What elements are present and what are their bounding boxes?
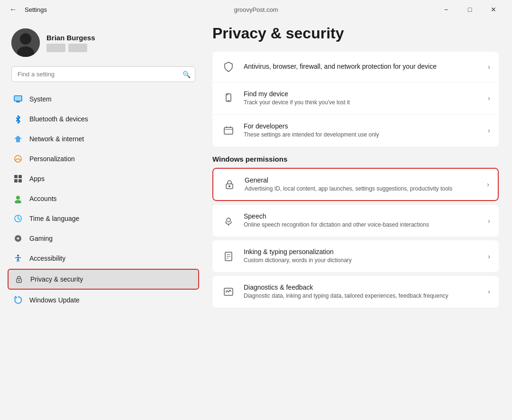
- update-icon: [13, 295, 23, 305]
- chevron-icon-speech: ›: [488, 217, 490, 225]
- item-title-developers: For developers: [244, 122, 480, 130]
- chevron-icon-antivirus: ›: [488, 63, 490, 71]
- avatar-image: [11, 28, 40, 57]
- diagnostics-icon: [221, 284, 236, 299]
- card-diagnostics: Diagnostics & feedback Diagnostic data, …: [212, 276, 499, 308]
- sidebar-item-bluetooth[interactable]: Bluetooth & devices: [8, 110, 199, 128]
- chevron-icon-diagnostics: ›: [488, 288, 490, 295]
- sidebar-item-label: System: [29, 95, 52, 103]
- personalization-icon: [13, 154, 23, 164]
- card-general: General Advertising ID, local content, a…: [212, 168, 499, 201]
- sidebar-item-label: Time & language: [29, 215, 79, 222]
- maximize-button[interactable]: □: [459, 2, 481, 17]
- apps-icon: [13, 174, 23, 183]
- settings-item-inking[interactable]: Inking & typing personalization Custom d…: [212, 240, 499, 272]
- sidebar-item-personalization[interactable]: Personalization: [8, 149, 199, 168]
- user-details: [46, 44, 95, 52]
- gaming-icon: [13, 234, 23, 243]
- sidebar-item-label: Network & internet: [29, 135, 84, 143]
- minimize-button[interactable]: −: [435, 2, 457, 17]
- titlebar-center-text: groovyPost.com: [234, 6, 278, 13]
- item-subtitle-inking: Custom dictionary, words in your diction…: [244, 256, 480, 265]
- privacy-icon: [14, 274, 24, 284]
- chevron-icon-find-device: ›: [488, 94, 490, 102]
- titlebar-left: ← Settings: [8, 3, 47, 16]
- close-button[interactable]: ✕: [483, 2, 504, 17]
- settings-item-speech[interactable]: Speech Online speech recognition for dic…: [212, 205, 499, 237]
- settings-item-general[interactable]: General Advertising ID, local content, a…: [212, 168, 499, 201]
- accessibility-icon: [13, 254, 23, 263]
- item-title-inking: Inking & typing personalization: [244, 248, 480, 256]
- sidebar-item-accessibility[interactable]: Accessibility: [8, 249, 199, 268]
- item-title-speech: Speech: [244, 212, 480, 220]
- system-icon: [13, 94, 23, 104]
- item-subtitle-find-device: Track your device if you think you've lo…: [244, 99, 480, 107]
- avatar: [11, 28, 40, 57]
- time-icon: [13, 214, 23, 223]
- inking-icon: [221, 249, 236, 264]
- sections-container: Windows permissions General Advertising …: [212, 155, 499, 308]
- speech-icon: [221, 213, 236, 228]
- sidebar-item-label: Accessibility: [29, 255, 65, 262]
- chevron-icon-developers: ›: [488, 127, 490, 134]
- avatar-svg: [11, 28, 40, 57]
- svg-point-33: [229, 185, 230, 187]
- sidebar-item-label: Personalization: [29, 155, 75, 163]
- settings-item-developers[interactable]: For developers These settings are intend…: [212, 115, 499, 146]
- chevron-icon-general: ›: [487, 181, 489, 188]
- nav-list: System Bluetooth & devices Network & int…: [8, 90, 199, 310]
- page-title: Privacy & security: [212, 23, 499, 42]
- sidebar-item-accounts[interactable]: Accounts: [8, 189, 199, 208]
- sidebar-item-network[interactable]: Network & internet: [8, 129, 199, 148]
- item-title-find-device: Find my device: [244, 90, 480, 98]
- item-subtitle-diagnostics: Diagnostic data, inking and typing data,…: [244, 292, 480, 300]
- search-icon: 🔍: [183, 71, 191, 78]
- item-title-general: General: [245, 176, 479, 184]
- search-input[interactable]: [11, 66, 195, 82]
- svg-point-24: [18, 280, 20, 282]
- sidebar-item-apps[interactable]: Apps: [8, 169, 199, 188]
- sidebar-item-time[interactable]: Time & language: [8, 209, 199, 228]
- settings-item-diagnostics[interactable]: Diagnostics & feedback Diagnostic data, …: [212, 276, 499, 308]
- sidebar-item-privacy[interactable]: Privacy & security: [8, 269, 199, 290]
- sidebar-item-system[interactable]: System: [8, 90, 199, 109]
- sidebar-item-label: Bluetooth & devices: [29, 115, 88, 123]
- user-name: Brian Burgess: [46, 34, 95, 42]
- sidebar-item-label: Accounts: [29, 195, 57, 202]
- antivirus-icon: [221, 59, 236, 74]
- svg-marker-8: [14, 136, 22, 142]
- svg-rect-12: [14, 179, 18, 183]
- bluetooth-icon: [13, 114, 23, 124]
- svg-point-1: [20, 33, 31, 45]
- sidebar-item-label: Gaming: [29, 235, 53, 242]
- accounts-icon: [13, 194, 23, 203]
- general-icon: [222, 177, 237, 192]
- svg-rect-10: [14, 175, 18, 178]
- settings-item-antivirus[interactable]: Antivirus, browser, firewall, and networ…: [212, 52, 499, 82]
- item-subtitle-general: Advertising ID, local content, app launc…: [245, 185, 479, 193]
- svg-rect-13: [18, 179, 22, 183]
- user-detail-2: [68, 44, 87, 52]
- svg-point-15: [15, 200, 21, 203]
- sidebar-item-label: Privacy & security: [30, 275, 83, 283]
- svg-point-34: [227, 218, 230, 222]
- sidebar-item-label: Windows Update: [29, 296, 80, 304]
- user-info: Brian Burgess: [46, 34, 95, 52]
- svg-point-14: [16, 196, 20, 200]
- titlebar: ← Settings groovyPost.com − □ ✕: [0, 0, 512, 19]
- item-subtitle-speech: Online speech recognition for dictation …: [244, 221, 480, 229]
- svg-rect-4: [16, 101, 20, 102]
- svg-rect-5: [15, 96, 21, 100]
- sidebar: Brian Burgess 🔍 System Bluetooth & devic…: [4, 23, 203, 416]
- back-button[interactable]: ←: [8, 3, 19, 16]
- sidebar-item-gaming[interactable]: Gaming: [8, 229, 199, 248]
- top-items-card: Antivirus, browser, firewall, and networ…: [212, 52, 499, 146]
- card-speech: Speech Online speech recognition for dic…: [212, 205, 499, 237]
- user-profile: Brian Burgess: [8, 23, 199, 66]
- network-icon: [13, 134, 23, 144]
- sidebar-item-label: Apps: [29, 175, 45, 183]
- settings-item-find-device[interactable]: Find my device Track your device if you …: [212, 82, 499, 115]
- sidebar-item-update[interactable]: Windows Update: [8, 291, 199, 310]
- item-title-diagnostics: Diagnostics & feedback: [244, 283, 480, 291]
- svg-rect-11: [18, 175, 22, 178]
